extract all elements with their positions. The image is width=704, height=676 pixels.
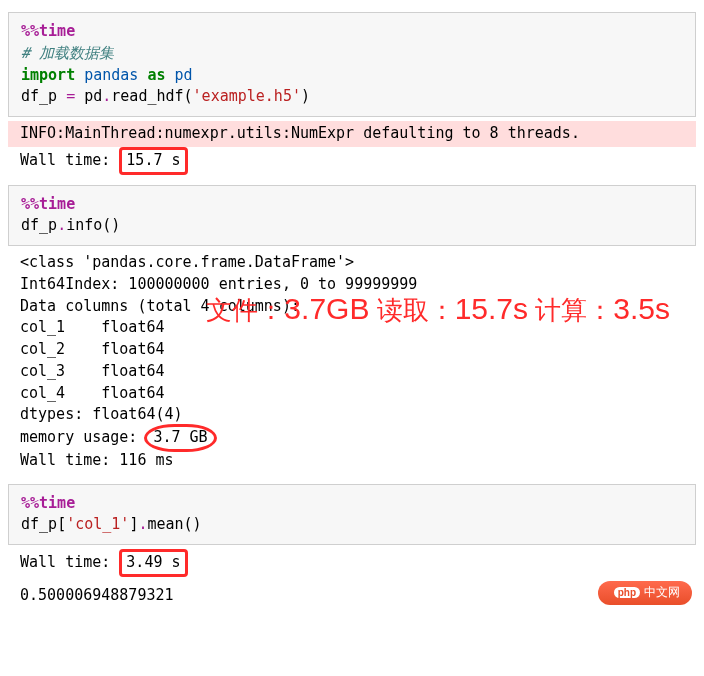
annot-read-val: 15.7s xyxy=(455,292,528,325)
magic-time-2: %%time xyxy=(21,195,75,213)
comment-load-data: # 加载数据集 xyxy=(21,44,114,62)
wall-time-3-label: Wall time: xyxy=(20,553,119,571)
annot-file-label: 文件： xyxy=(206,295,284,325)
code-cell-2[interactable]: %%time df_p.info() xyxy=(8,185,696,247)
info-col-2: col_2 float64 xyxy=(20,340,165,358)
kw-import: import xyxy=(21,66,75,84)
br-l: [ xyxy=(57,515,66,533)
str-filename: 'example.h5' xyxy=(193,87,301,105)
dot-2: . xyxy=(57,216,66,234)
wall-time-3: Wall time: 3.49 s xyxy=(8,549,696,583)
wall-time-1-label: Wall time: xyxy=(20,151,119,169)
stderr-numexpr: INFO:MainThread:numexpr.utils:NumExpr de… xyxy=(8,121,696,147)
assign-lhs: df_p xyxy=(21,87,66,105)
info-col-4: col_4 float64 xyxy=(20,384,165,402)
annot-file-val: 3.7GB xyxy=(284,292,369,325)
call-info: () xyxy=(102,216,120,234)
info-col-3: col_3 float64 xyxy=(20,362,165,380)
fn-info: info xyxy=(66,216,102,234)
call-mean: () xyxy=(184,515,202,533)
annot-read-label: 读取： xyxy=(377,295,455,325)
info-dtypes: dtypes: float64(4) xyxy=(20,405,183,423)
obj-dfp: df_p xyxy=(21,216,57,234)
wall-time-1: Wall time: 15.7 s xyxy=(8,147,696,181)
alias-pd: pd xyxy=(175,66,193,84)
info-mem-label: memory usage: xyxy=(20,428,146,446)
watermark-php-cn: 中文网 xyxy=(598,581,692,604)
dot: . xyxy=(102,87,111,105)
obj-dfp-3: df_p xyxy=(21,515,57,533)
key-col1: 'col_1' xyxy=(66,515,129,533)
mod-pandas: pandas xyxy=(84,66,138,84)
info-col-1: col_1 float64 xyxy=(20,318,165,336)
lparen: ( xyxy=(184,87,193,105)
info-line-class: <class 'pandas.core.frame.DataFrame'> xyxy=(20,253,354,271)
highlight-3-49s: 3.49 s xyxy=(119,549,187,577)
magic-time: %%time xyxy=(21,22,75,40)
code-cell-1[interactable]: %%time # 加载数据集 import pandas as pd df_p … xyxy=(8,12,696,117)
info-wall: Wall time: 116 ms xyxy=(20,451,174,469)
annot-calc-label: 计算： xyxy=(535,295,613,325)
result-mean: 0.500006948879321 xyxy=(8,583,696,615)
assign-op: = xyxy=(66,87,75,105)
info-output: <class 'pandas.core.frame.DataFrame'> In… xyxy=(8,250,696,480)
kw-as: as xyxy=(147,66,165,84)
code-cell-3[interactable]: %%time df_p['col_1'].mean() xyxy=(8,484,696,546)
annot-calc-val: 3.5s xyxy=(613,292,670,325)
rparen: ) xyxy=(301,87,310,105)
fn-read-hdf: read_hdf xyxy=(111,87,183,105)
highlight-3-7gb: 3.7 GB xyxy=(144,424,216,452)
highlight-15-7s: 15.7 s xyxy=(119,147,187,175)
annotation-summary: 文件：3.7GB 读取：15.7s 计算：3.5s xyxy=(206,286,670,333)
assign-rhs-pre: pd xyxy=(75,87,102,105)
magic-time-3: %%time xyxy=(21,494,75,512)
fn-mean: mean xyxy=(147,515,183,533)
